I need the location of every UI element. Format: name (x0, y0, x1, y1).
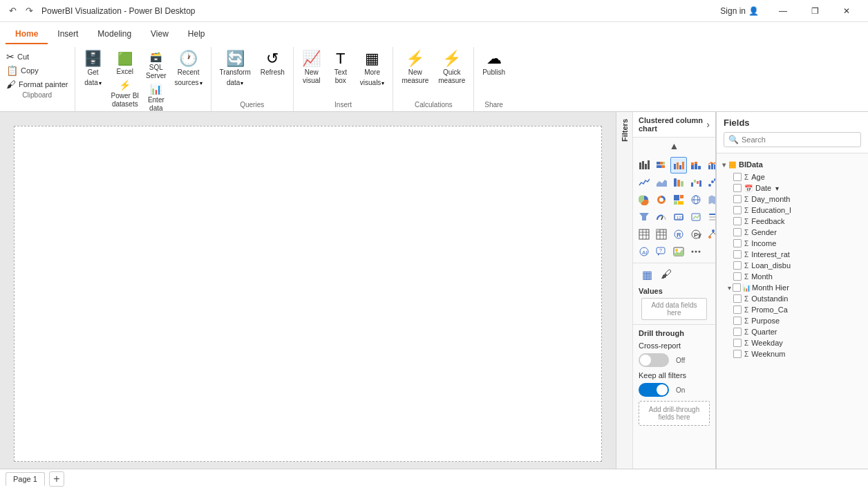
field-item-date[interactable]: 📅 Date ▾ (717, 182, 868, 194)
interest-rate-checkbox[interactable] (733, 250, 742, 259)
kpi-icon[interactable] (688, 209, 704, 225)
loan-checkbox[interactable] (733, 261, 742, 270)
add-page-button[interactable]: + (49, 471, 64, 487)
day-month-checkbox[interactable] (733, 195, 742, 203)
canvas-area[interactable] (0, 112, 616, 469)
stacked-col-icon[interactable] (688, 157, 704, 173)
publish-button[interactable]: ☁ Publish (478, 50, 509, 78)
excel-button[interactable]: 🟩 Excel (108, 50, 142, 77)
transform-arrow[interactable]: ▾ (240, 80, 243, 86)
matrix-icon[interactable] (653, 226, 670, 243)
gender-checkbox[interactable] (733, 228, 742, 236)
filled-map-icon[interactable] (705, 191, 715, 208)
month-hier-checkbox[interactable] (733, 283, 741, 292)
quick-measure-button[interactable]: ⚡ Quickmeasure (434, 50, 469, 86)
more-visuals-button[interactable]: ▦ More visuals ▾ (356, 50, 389, 88)
decomp-icon[interactable] (705, 226, 715, 243)
gauge-icon[interactable] (653, 209, 670, 225)
quarter-checkbox[interactable] (733, 328, 742, 336)
table-viz-icon[interactable] (636, 226, 652, 243)
weeknum-checkbox[interactable] (733, 350, 742, 358)
minimize-button[interactable]: — (767, 0, 799, 22)
field-item-month[interactable]: Σ Month (717, 271, 868, 282)
undo-btn[interactable]: ↶ (6, 4, 19, 18)
slicer-icon[interactable] (705, 209, 715, 225)
field-item-feedback[interactable]: Σ Feedback (717, 216, 868, 227)
cross-report-toggle[interactable] (639, 353, 669, 367)
scatter-chart-icon[interactable] (705, 174, 715, 191)
field-item-day-month[interactable]: Σ Day_month (717, 194, 868, 205)
field-item-weekday[interactable]: Σ Weekday (717, 337, 868, 348)
viz-panel-expand[interactable]: › (706, 119, 710, 130)
power-bi-datasets-button[interactable]: ⚡ Power BIdatasets (108, 78, 142, 110)
date-checkbox[interactable] (733, 184, 742, 192)
search-box[interactable]: 🔍 (724, 132, 861, 147)
enter-data-button[interactable]: 📊 Enterdata (143, 82, 169, 114)
filters-label[interactable]: Filters (621, 119, 629, 142)
build-values-icon[interactable]: ▦ (639, 266, 655, 283)
funnel-icon[interactable] (636, 209, 652, 225)
new-measure-button[interactable]: ⚡ Newmeasure (397, 50, 433, 86)
outstanding-checkbox[interactable] (733, 294, 742, 303)
recent-sources-arrow[interactable]: ▾ (200, 80, 202, 86)
field-item-gender[interactable]: Σ Gender (717, 227, 868, 238)
tab-insert[interactable]: Insert (48, 25, 88, 44)
field-item-age[interactable]: Σ Age (717, 171, 868, 182)
line-chart-icon[interactable] (636, 174, 652, 191)
income-checkbox[interactable] (733, 239, 742, 247)
line-col-icon[interactable] (705, 157, 715, 173)
field-item-outstanding[interactable]: Σ Outstandin (717, 293, 868, 304)
field-item-interest-rate[interactable]: Σ Interest_rat (717, 249, 868, 260)
close-button[interactable]: ✕ (831, 0, 862, 22)
search-input[interactable] (742, 135, 856, 144)
tab-modeling[interactable]: Modeling (88, 25, 141, 44)
month-hier-label[interactable]: Month Hier (752, 283, 789, 292)
get-data-arrow[interactable]: ▾ (99, 80, 102, 86)
ribbon-chart-icon[interactable] (670, 174, 687, 191)
clustered-col-icon[interactable] (670, 157, 687, 173)
more-viz-icon[interactable] (688, 243, 704, 260)
format-painter-button[interactable]: 🖌 Format painter (4, 77, 70, 91)
tab-view[interactable]: View (141, 25, 178, 44)
month-checkbox[interactable] (733, 272, 742, 281)
field-item-weeknum[interactable]: Σ Weeknum (717, 348, 868, 359)
sign-in-button[interactable]: Sign in 👤 (720, 6, 759, 16)
python-icon[interactable]: Py (688, 226, 704, 243)
keep-filters-toggle[interactable] (639, 383, 669, 397)
viz-scroll-up[interactable]: ▲ (668, 139, 681, 153)
get-data-button[interactable]: 🗄️ Get data ▾ (79, 50, 107, 88)
map-icon[interactable] (688, 191, 704, 208)
weekday-checkbox[interactable] (733, 339, 742, 347)
ai-chart-icon[interactable]: AI (636, 243, 652, 260)
purpose-checkbox[interactable] (733, 317, 742, 325)
promo-checkbox[interactable] (733, 306, 742, 314)
build-paint-icon[interactable]: 🖌 (658, 266, 674, 283)
cut-button[interactable]: ✂ Cut (4, 50, 70, 64)
add-data-fields-box[interactable]: Add data fields here (641, 298, 707, 320)
treemap-icon[interactable] (670, 191, 687, 208)
field-item-income[interactable]: Σ Income (717, 238, 868, 249)
tab-home[interactable]: Home (6, 25, 48, 44)
copy-button[interactable]: 📋 Copy (4, 64, 70, 77)
qna-icon[interactable]: ? (653, 243, 670, 260)
field-item-education[interactable]: Σ Education_l (717, 205, 868, 216)
bidata-group-header[interactable]: ▾ ▦ BIData (717, 158, 868, 171)
add-drill-through-box[interactable]: Add drill-through fields here (639, 401, 710, 426)
image-visual-icon[interactable] (670, 243, 687, 260)
field-item-promo[interactable]: Σ Promo_Ca (717, 304, 868, 315)
field-item-quarter[interactable]: Σ Quarter (717, 326, 868, 337)
r-visual-icon[interactable]: R (670, 226, 687, 243)
stacked-bar-icon[interactable] (653, 157, 670, 173)
age-checkbox[interactable] (733, 173, 742, 181)
waterfall-icon[interactable] (688, 174, 704, 191)
tab-help[interactable]: Help (178, 25, 215, 44)
sql-server-button[interactable]: 🗃️ SQLServer (143, 50, 169, 82)
donut-icon[interactable] (653, 191, 670, 208)
text-box-button[interactable]: T Textbox (327, 50, 355, 86)
new-visual-button[interactable]: 📈 Newvisual (298, 50, 326, 86)
card-icon[interactable]: 123 (670, 209, 687, 225)
recent-sources-button[interactable]: 🕐 Recent sources ▾ (171, 50, 207, 88)
field-item-purpose[interactable]: Σ Purpose (717, 315, 868, 326)
field-item-loan[interactable]: Σ Loan_disbu (717, 260, 868, 271)
feedback-checkbox[interactable] (733, 217, 742, 225)
